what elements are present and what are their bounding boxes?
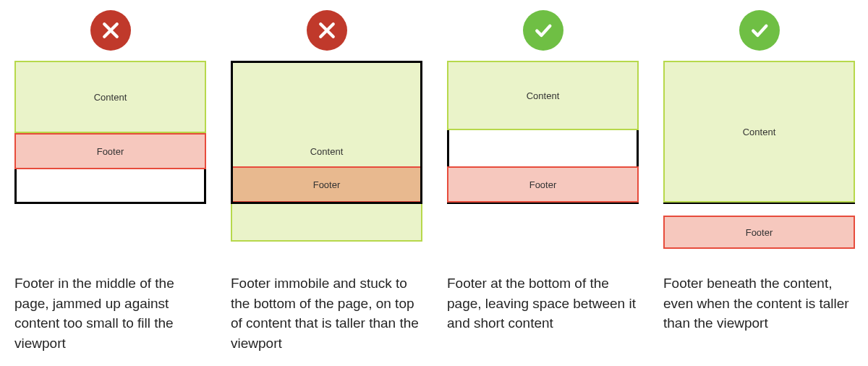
footer-label: Footer: [746, 227, 773, 238]
diagram-3: Content Footer Footer at the bottom of t…: [447, 10, 639, 353]
footer-region: Footer: [14, 133, 206, 169]
footer-region: Footer: [663, 216, 855, 249]
caption: Footer in the middle of the page, jammed…: [14, 273, 206, 353]
caption: Footer beneath the content, even when th…: [663, 273, 855, 333]
footer-label: Footer: [529, 179, 557, 190]
cross-icon: [307, 10, 347, 51]
diagram-4: Content Footer Footer beneath the conten…: [663, 10, 855, 353]
viewport-frame: [231, 61, 422, 204]
layout-illustration: Content Footer: [447, 61, 639, 249]
cross-icon: [90, 10, 131, 51]
footer-region: Footer: [447, 166, 639, 203]
diagram-1: Content Footer Footer in the middle of t…: [14, 10, 206, 353]
content-label: Content: [743, 127, 776, 137]
content-label: Content: [527, 90, 560, 101]
caption: Footer immobile and stuck to the bottom …: [231, 273, 422, 353]
footer-label: Footer: [97, 146, 124, 157]
layout-illustration: Content Footer: [663, 61, 855, 249]
layout-illustration: Content Footer: [231, 61, 422, 249]
content-label: Content: [94, 92, 127, 103]
diagram-2: Content Footer Footer immobile and stuck…: [231, 10, 422, 353]
diagram-row: Content Footer Footer in the middle of t…: [14, 10, 854, 353]
content-region: Content: [14, 61, 206, 133]
content-region: Content: [447, 61, 639, 130]
caption: Footer at the bottom of the page, leavin…: [447, 273, 639, 333]
content-region: Content: [663, 61, 855, 203]
check-icon: [523, 10, 563, 51]
check-icon: [739, 10, 780, 51]
layout-illustration: Content Footer: [14, 61, 206, 249]
